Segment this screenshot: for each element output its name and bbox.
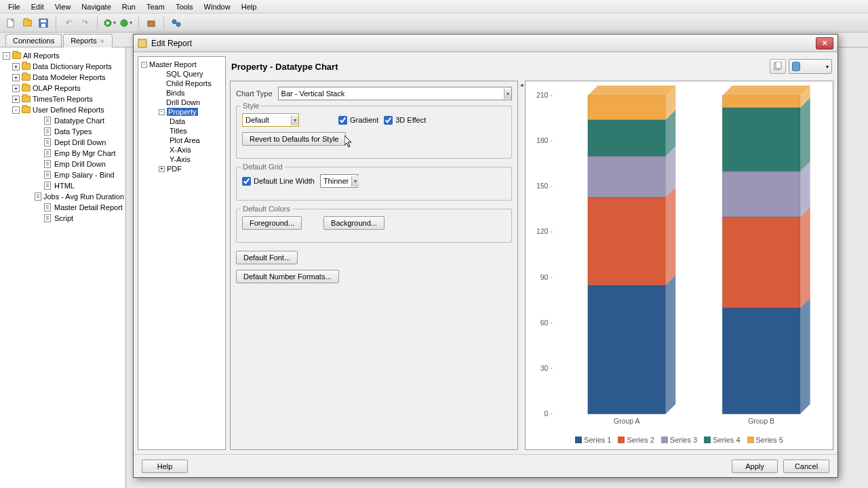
revert-defaults-button[interactable]: Revert to Defaults for Style <box>242 132 346 146</box>
menu-team[interactable]: Team <box>141 1 170 12</box>
tree-item[interactable]: +Data Modeler Reports <box>0 72 125 83</box>
tree-item[interactable]: -All Reports <box>0 50 125 61</box>
dialog-tree-item[interactable]: Y-Axis <box>138 155 225 164</box>
tab-reports[interactable]: Reports✕ <box>63 34 113 47</box>
svg-rect-34 <box>722 308 800 414</box>
dialog-footer: Help Apply Cancel <box>134 454 837 477</box>
apply-button[interactable]: Apply <box>732 460 778 473</box>
dialog-tree-item[interactable]: Drill Down <box>138 98 225 107</box>
tree-item[interactable]: Emp Salary - Bind <box>0 169 125 180</box>
svg-rect-35 <box>722 217 800 308</box>
dialog-tree-item[interactable]: X-Axis <box>138 145 225 155</box>
database-icon <box>792 62 800 71</box>
menu-run[interactable]: Run <box>117 1 141 12</box>
tree-item[interactable]: HTML <box>0 180 125 191</box>
tree-item[interactable]: +OLAP Reports <box>0 83 125 94</box>
dialog-tree-item[interactable]: -Master Report <box>138 60 225 69</box>
tree-item[interactable]: Datatype Chart <box>0 115 125 126</box>
servers-icon[interactable] <box>170 16 183 30</box>
dialog-tree-item[interactable]: Data <box>138 117 225 126</box>
chart-type-label: Chart Type <box>236 89 273 98</box>
tree-item[interactable]: Dept Drill Down <box>0 137 125 148</box>
undo-icon[interactable]: ↶ <box>62 16 75 30</box>
tree-item[interactable]: Emp Drill Down <box>0 159 125 169</box>
svg-rect-37 <box>722 108 800 171</box>
properties-panel: Chart Type Bar - Vertical Stack Style De… <box>230 81 518 450</box>
svg-text:Group B: Group B <box>748 418 774 425</box>
tree-item[interactable]: Emp By Mgr Chart <box>0 148 125 159</box>
svg-text:150: 150 <box>536 182 549 190</box>
svg-text:180: 180 <box>536 137 549 144</box>
svg-rect-28 <box>588 285 666 414</box>
colors-legend: Default Colors <box>241 205 292 213</box>
dialog-tree-item[interactable]: Titles <box>138 126 225 136</box>
cancel-button[interactable]: Cancel <box>783 460 829 473</box>
legend-item: Series 1 <box>575 436 611 444</box>
svg-rect-11 <box>776 62 781 68</box>
page-title: Property - Datatype Chart <box>231 62 767 72</box>
run-icon[interactable] <box>103 16 117 30</box>
svg-text:0: 0 <box>545 410 549 418</box>
menu-view[interactable]: View <box>50 1 77 12</box>
splitter[interactable] <box>519 81 524 450</box>
menu-edit[interactable]: Edit <box>26 1 50 12</box>
line-width-select[interactable]: Thinner <box>320 174 358 188</box>
dialog-titlebar[interactable]: Edit Report ✕ <box>134 35 837 52</box>
tree-item[interactable]: +Data Dictionary Reports <box>0 61 125 72</box>
svg-rect-36 <box>722 171 800 217</box>
new-icon[interactable] <box>4 16 18 30</box>
copy-sql-button[interactable] <box>770 59 786 74</box>
number-formats-button[interactable]: Default Number Formats... <box>236 270 339 283</box>
commit-icon[interactable] <box>144 16 158 30</box>
dialog-tree-item[interactable]: -Property <box>138 107 225 117</box>
foreground-button[interactable]: Foreground... <box>242 216 302 230</box>
dialog-title: Edit Report <box>151 39 816 48</box>
style-select[interactable]: Default <box>242 113 299 127</box>
dialog-tree-item[interactable]: Binds <box>138 88 225 98</box>
tree-item[interactable]: Data Types <box>0 126 125 137</box>
svg-rect-38 <box>722 96 800 108</box>
dialog-tree-item[interactable]: +PDF <box>138 164 225 174</box>
line-width-checkbox[interactable]: Default Line Width <box>242 177 315 186</box>
menubar: File Edit View Navigate Run Team Tools W… <box>0 0 868 14</box>
tree-item[interactable]: +TimesTen Reports <box>0 94 125 104</box>
svg-rect-3 <box>41 24 45 27</box>
tree-item[interactable]: Script <box>0 213 125 224</box>
connection-select[interactable]: ▾ <box>789 59 832 74</box>
save-icon[interactable] <box>37 16 50 30</box>
tree-item[interactable]: -User Defined Reports <box>0 104 125 115</box>
dialog-close-button[interactable]: ✕ <box>816 37 833 49</box>
svg-point-7 <box>172 20 176 24</box>
debug-icon[interactable] <box>119 16 133 30</box>
tab-connections[interactable]: Connections <box>5 34 62 47</box>
reports-tree: -All Reports+Data Dictionary Reports+Dat… <box>0 47 126 488</box>
edit-report-dialog: Edit Report ✕ -Master ReportSQL QueryChi… <box>133 34 838 478</box>
svg-rect-2 <box>41 20 46 22</box>
close-icon[interactable]: ✕ <box>100 38 105 45</box>
svg-rect-32 <box>588 96 666 120</box>
svg-rect-6 <box>148 21 155 26</box>
dialog-nav-tree: -Master ReportSQL QueryChild ReportsBind… <box>138 56 226 450</box>
default-font-button[interactable]: Default Font... <box>236 251 298 264</box>
chart-type-select[interactable]: Bar - Vertical Stack <box>278 87 512 100</box>
redo-icon[interactable]: ↷ <box>78 16 92 30</box>
menu-file[interactable]: File <box>3 1 26 12</box>
tree-item[interactable]: Jobs - Avg Run Duration <box>0 191 125 202</box>
menu-tools[interactable]: Tools <box>170 1 199 12</box>
main-toolbar: ↶ ↷ <box>0 14 868 33</box>
dialog-tree-item[interactable]: SQL Query <box>138 69 225 79</box>
legend-item: Series 4 <box>704 436 740 444</box>
dialog-tree-item[interactable]: Child Reports <box>138 79 225 88</box>
menu-help[interactable]: Help <box>236 1 262 12</box>
legend-item: Series 3 <box>661 436 697 444</box>
gradient-checkbox[interactable]: Gradient <box>338 116 378 125</box>
tree-item[interactable]: Master Detail Report <box>0 202 125 213</box>
menu-window[interactable]: Window <box>199 1 236 12</box>
app-icon <box>138 39 147 48</box>
background-button[interactable]: Background... <box>323 216 384 230</box>
dialog-tree-item[interactable]: Plot Area <box>138 136 225 145</box>
help-button[interactable]: Help <box>142 460 188 473</box>
3d-effect-checkbox[interactable]: 3D Effect <box>384 116 426 125</box>
open-icon[interactable] <box>20 16 34 30</box>
menu-navigate[interactable]: Navigate <box>76 1 116 12</box>
